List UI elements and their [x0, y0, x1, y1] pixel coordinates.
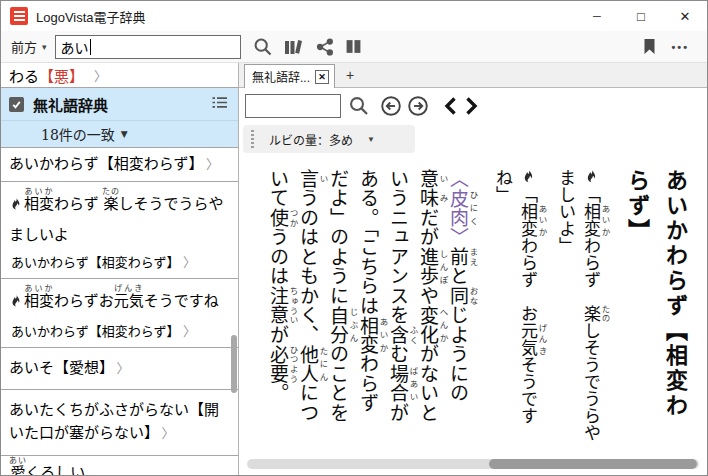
- result-source: あいかわらず【相変わらず】〉: [9, 321, 230, 340]
- result-text: 相変あいかわらず 楽たのしそうでうらやましいよ: [9, 187, 230, 249]
- search-mode-label: 前方: [11, 37, 37, 56]
- maximize-button[interactable]: □: [619, 1, 663, 31]
- source-label: あいかわらず【相変わらず】: [11, 324, 173, 339]
- sidebar-scrollbar[interactable]: [231, 335, 237, 393]
- toolbar-right: •••: [642, 38, 697, 55]
- article-headword: あいかわらず【相変わらず】: [618, 169, 694, 456]
- drag-handle-icon[interactable]: [250, 128, 255, 150]
- split-view-icon[interactable]: [345, 38, 362, 55]
- main-area: わる【悪】 〉 無礼語辞典 18件の一致 ▼ あいかわらず【相変わらず】〉: [1, 63, 707, 475]
- search-input-value: あい: [61, 37, 89, 57]
- history-back-icon[interactable]: [380, 95, 402, 117]
- example-text: 「相変あいかわらず 楽たのしそうでうらやましいよ」: [556, 169, 601, 441]
- share-icon[interactable]: [316, 38, 334, 56]
- dictionary-header-selected[interactable]: 無礼語辞典 18件の一致 ▼: [1, 88, 238, 148]
- example-text: 「相変あいかわらず お元気げんきそうですね」: [493, 169, 538, 424]
- ruby-amount-label: ルビの量：多め: [269, 131, 353, 148]
- chevron-right-icon: 〉: [206, 157, 219, 172]
- search-icon[interactable]: [348, 95, 370, 117]
- toolbar-icons: [253, 37, 362, 57]
- entry-label: あいたくちがふさがらない【開いた口が塞がらない】: [9, 401, 219, 442]
- chevron-right-icon: 〉: [117, 361, 130, 376]
- dictionary-article: あいかわらず【相変わらず】 「相変あいかわらず 楽たのしそうでうらやましいよ」 …: [239, 154, 707, 456]
- tab-dictionary[interactable]: 無礼語辞... ✕: [244, 64, 335, 88]
- app-logo-icon: [10, 7, 28, 25]
- result-source: あいかわらず【相変わらず】〉: [9, 252, 230, 271]
- triangle-down-icon: ▼: [121, 129, 128, 139]
- close-button[interactable]: ✕: [663, 1, 707, 31]
- search-mode-dropdown[interactable]: 前方 ▾: [11, 37, 47, 56]
- window-title: LogoVista電子辞典: [36, 7, 146, 26]
- chevron-right-icon: 〉: [183, 255, 196, 270]
- bookmark-icon[interactable]: [642, 38, 657, 55]
- dictionary-title: 無礼語辞典: [33, 94, 108, 115]
- history-forward-icon[interactable]: [407, 95, 429, 117]
- chevron-down-icon: ▼: [367, 135, 375, 144]
- checkbox-checked-icon[interactable]: [9, 97, 24, 112]
- search-icon[interactable]: [253, 37, 273, 57]
- list-item[interactable]: わる【悪】 〉: [1, 63, 238, 88]
- list-menu-icon[interactable]: [211, 95, 228, 114]
- text-caret: [90, 39, 91, 55]
- definition-text: 〈皮肉ひにく〉前まえと同おなじようにの意味いみだが進歩しんぽや変化へんかがないと…: [267, 169, 469, 423]
- results-sidebar: わる【悪】 〉 無礼語辞典 18件の一致 ▼ あいかわらず【相変わらず】〉: [1, 63, 239, 475]
- match-count-row[interactable]: 18件の一致 ▼: [1, 121, 238, 147]
- flame-icon: [9, 192, 23, 221]
- panel-search-input[interactable]: [245, 94, 341, 118]
- minimize-button[interactable]: ─: [575, 1, 619, 31]
- usage-example-2: 「相変あいかわらず お元気げんきそうですね」: [490, 169, 547, 456]
- entry-label: あいそ【愛想】: [9, 359, 107, 377]
- match-count-label: 18件の一致: [41, 124, 115, 144]
- result-text: 相変あいかわらずお元気げんきそうですね: [9, 284, 230, 318]
- chevron-right-icon: 〉: [94, 66, 107, 85]
- tab-close-icon[interactable]: ✕: [315, 70, 329, 84]
- tab-label: 無礼語辞...: [252, 68, 310, 85]
- horizontal-scrollbar[interactable]: [247, 459, 699, 469]
- chevron-right-icon: 〉: [183, 324, 196, 339]
- list-item[interactable]: あいかわらず【相変わらず】〉: [1, 148, 238, 182]
- list-item[interactable]: 相変あいかわらず 楽たのしそうでうらやましいよ あいかわらず【相変わらず】〉: [1, 182, 238, 279]
- prev-entry-icon[interactable]: [443, 96, 457, 116]
- list-item[interactable]: 愛あいくるしい: [1, 456, 238, 476]
- title-bar: LogoVista電子辞典 ─ □ ✕: [1, 1, 707, 31]
- list-item[interactable]: 相変あいかわらずお元気げんきそうですね あいかわらず【相変わらず】〉: [1, 279, 238, 348]
- app-window: LogoVista電子辞典 ─ □ ✕ 前方 ▾ あい •••: [0, 0, 708, 476]
- content-panel: 無礼語辞... ✕ + ルビの量：多め: [239, 63, 707, 475]
- article-definition: 〈皮肉ひにく〉前まえと同おなじようにの意味いみだが進歩しんぽや変化へんかがないと…: [263, 169, 478, 456]
- entry-label: 愛あいくるしい: [9, 464, 85, 476]
- headword-text: あいかわらず【相変わらず】: [624, 169, 688, 419]
- flame-icon: [9, 289, 23, 318]
- next-entry-icon[interactable]: [465, 96, 479, 116]
- new-tab-button[interactable]: +: [335, 63, 365, 87]
- window-controls: ─ □ ✕: [575, 1, 707, 31]
- more-options-icon[interactable]: •••: [671, 41, 689, 53]
- chevron-right-icon: 〉: [162, 426, 175, 441]
- flame-icon: [515, 169, 540, 184]
- tab-bar: 無礼語辞... ✕ +: [239, 63, 707, 88]
- panel-toolbar: [239, 88, 707, 124]
- dictionary-select-icon[interactable]: [284, 38, 305, 56]
- search-input[interactable]: あい: [55, 35, 241, 59]
- entry-label: あいかわらず【相変わらず】: [9, 155, 196, 173]
- dictionary-title-row: 無礼語辞典: [1, 88, 238, 121]
- source-label: あいかわらず【相変わらず】: [11, 255, 173, 270]
- scrollbar-thumb[interactable]: [489, 459, 697, 469]
- list-item[interactable]: あいたくちがふさがらない【開いた口が塞がらない】〉: [1, 390, 238, 456]
- list-item[interactable]: あいそ【愛想】〉: [1, 348, 238, 390]
- ruby-amount-dropdown[interactable]: ルビの量：多め ▼: [243, 125, 415, 153]
- ruby-setting-bar: ルビの量：多め ▼: [239, 124, 707, 154]
- entry-label: わる【悪】: [9, 65, 84, 86]
- usage-example-1: 「相変あいかわらず 楽たのしそうでうらやましいよ」: [553, 169, 610, 456]
- search-toolbar: 前方 ▾ あい •••: [1, 31, 707, 63]
- chevron-down-icon: ▾: [42, 42, 47, 52]
- flame-icon: [578, 169, 603, 184]
